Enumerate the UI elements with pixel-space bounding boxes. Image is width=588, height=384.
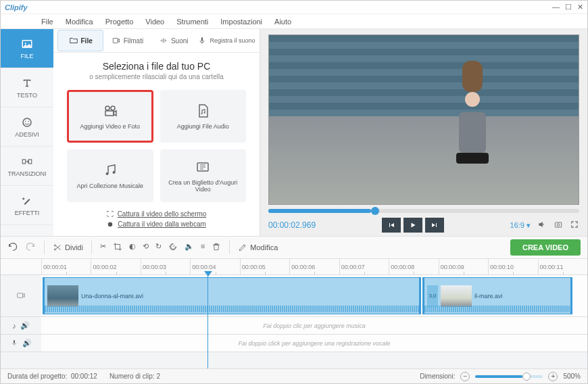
svg-point-18 xyxy=(557,224,560,226)
sidebar: FILE TESTO ADESIVI TRANSIZIONI EFFETTI xyxy=(1,29,53,236)
ruler-tick: 00:00:06 xyxy=(289,259,339,274)
svg-rect-5 xyxy=(22,160,26,164)
preview-progress[interactable] xyxy=(268,209,579,213)
menu-video[interactable]: Video xyxy=(145,18,164,26)
delete-icon[interactable] xyxy=(212,242,221,253)
file-subheading: o semplicemente rilasciali qui da una ca… xyxy=(89,73,223,80)
redo-button[interactable] xyxy=(25,241,36,254)
tile-add-audio[interactable]: Aggiungi File Audio xyxy=(160,90,247,143)
split-button[interactable]: Dividi xyxy=(53,243,83,252)
volume-icon[interactable] xyxy=(537,220,547,231)
zoom-out-button[interactable]: − xyxy=(460,372,470,381)
crop-icon[interactable] xyxy=(113,242,122,253)
file-tab-filmati[interactable]: Filmati xyxy=(105,30,149,51)
video-track-body[interactable]: Una-donna-al-mare.avi 3,0 il-mare.avi xyxy=(41,275,587,316)
zoom-slider[interactable] xyxy=(475,375,543,378)
voice-track-icon xyxy=(10,339,18,348)
mute-music-button[interactable]: 🔊 xyxy=(20,321,30,330)
tile-greeting-card[interactable]: Crea un Biglietto d'Auguri Video xyxy=(160,149,247,202)
svg-point-15 xyxy=(112,171,115,174)
undo-button[interactable] xyxy=(7,241,18,254)
ruler-tick: 00:00:09 xyxy=(439,259,488,274)
menu-bar: File Modifica Progetto Video Strumenti I… xyxy=(1,14,587,29)
minimize-button[interactable]: — xyxy=(552,3,560,11)
svg-point-20 xyxy=(54,249,55,250)
tile-label: Apri Collezione Musicale xyxy=(76,183,143,189)
tab-label: Registra il suono xyxy=(210,38,255,44)
timeline: 00:00:01 00:00:02 00:00:03 00:00:04 00:0… xyxy=(1,259,587,368)
next-button[interactable] xyxy=(425,218,444,233)
menu-strumenti[interactable]: Strumenti xyxy=(176,18,208,26)
menu-progetto[interactable]: Progetto xyxy=(105,18,134,26)
svg-point-14 xyxy=(105,172,108,175)
modify-button[interactable]: Modifica xyxy=(238,243,278,252)
preview-canvas[interactable] xyxy=(268,34,579,205)
ruler-tick: 00:00:10 xyxy=(488,259,537,274)
text-icon xyxy=(21,77,33,89)
close-button[interactable]: ✕ xyxy=(577,3,583,11)
transitions-icon xyxy=(21,155,33,168)
audio-file-icon xyxy=(195,103,211,119)
file-tab-suoni[interactable]: Suoni xyxy=(151,30,196,51)
tab-label: File xyxy=(81,37,93,45)
clip-2[interactable]: 3,0 il-mare.avi xyxy=(422,277,572,314)
fullscreen-icon[interactable] xyxy=(570,220,579,231)
zoom-value: 500% xyxy=(563,373,581,380)
file-tab-registra[interactable]: Registra il suono xyxy=(197,30,255,51)
menu-aiuto[interactable]: Aiuto xyxy=(274,18,291,26)
zoom-in-button[interactable]: + xyxy=(548,372,558,381)
aspect-ratio-selector[interactable]: 16:9 ▾ xyxy=(510,221,531,230)
modify-label: Modifica xyxy=(250,243,278,251)
capture-webcam-link[interactable]: Cattura il video dalla webcam xyxy=(118,220,206,228)
menu-file[interactable]: File xyxy=(41,18,53,26)
tile-add-video-photo[interactable]: Aggiungi Video e Foto xyxy=(67,90,153,143)
ruler-tick: 00:00:07 xyxy=(339,259,389,274)
svg-point-12 xyxy=(201,113,203,114)
color-icon[interactable]: ◐ xyxy=(129,242,136,253)
prev-button[interactable] xyxy=(382,218,401,233)
ruler-tick: 00:00:05 xyxy=(240,259,289,274)
menu-modifica[interactable]: Modifica xyxy=(66,18,93,26)
title-bar: Clipify — ☐ ✕ xyxy=(1,1,587,14)
menu-impostazioni[interactable]: Impostazioni xyxy=(220,18,262,26)
file-tab-file[interactable]: File xyxy=(57,30,103,51)
music-track-body[interactable]: Fai doppio clic per aggiungere musica xyxy=(41,317,587,334)
tile-music-collection[interactable]: Apri Collezione Musicale xyxy=(67,149,153,202)
split-label: Dividi xyxy=(65,243,83,251)
ripple-icon[interactable]: ⟲ xyxy=(143,242,149,253)
speed-icon[interactable] xyxy=(168,242,178,253)
stabilize-icon[interactable]: ≡ xyxy=(201,242,205,253)
svg-rect-11 xyxy=(105,111,114,116)
play-button[interactable] xyxy=(403,218,422,233)
ruler-tick: 00:00:03 xyxy=(141,259,190,274)
clips-count-label: Numero di clip: 2 xyxy=(109,373,160,380)
sidebar-item-file[interactable]: FILE xyxy=(1,29,53,68)
maximize-button[interactable]: ☐ xyxy=(565,3,572,11)
webcam-capture-icon: ⏺ xyxy=(107,220,114,228)
create-video-button[interactable]: CREA VIDEO xyxy=(510,239,581,256)
music-track-icon: ♪ xyxy=(12,322,16,330)
app-name: Clipify xyxy=(5,3,28,11)
screen-capture-icon: ⛶ xyxy=(107,210,114,218)
pencil-icon xyxy=(238,243,247,252)
sidebar-item-adesivi[interactable]: ADESIVI xyxy=(1,107,53,147)
sidebar-item-testo[interactable]: TESTO xyxy=(1,68,53,107)
duration-label: Durata del progetto: 00:00:12 xyxy=(7,373,97,380)
capture-screen-link[interactable]: Cattura il video dello schermo xyxy=(118,210,207,218)
volume-icon[interactable]: 🔈 xyxy=(185,242,194,253)
mute-voice-button[interactable]: 🔊 xyxy=(22,339,32,347)
timeline-ruler[interactable]: 00:00:01 00:00:02 00:00:03 00:00:04 00:0… xyxy=(1,259,587,275)
rotate-icon[interactable]: ↻ xyxy=(155,242,162,253)
sidebar-label: TRANSIZIONI xyxy=(7,170,46,177)
sidebar-item-transizioni[interactable]: TRANSIZIONI xyxy=(1,147,53,186)
svg-point-1 xyxy=(25,43,26,44)
svg-rect-17 xyxy=(555,222,561,227)
voice-track-body[interactable]: Fai doppio click per aggiungere una regi… xyxy=(41,335,587,352)
sidebar-item-effetti[interactable]: EFFETTI xyxy=(1,186,53,225)
cut-icon[interactable]: ✂ xyxy=(100,242,106,253)
clip-1[interactable]: Una-donna-al-mare.avi xyxy=(43,277,421,314)
snapshot-icon[interactable] xyxy=(554,220,563,231)
sidebar-label: FILE xyxy=(20,53,33,59)
file-panel: File Filmati Suoni Registra il suono Sel… xyxy=(53,29,260,236)
svg-rect-8 xyxy=(201,37,203,41)
